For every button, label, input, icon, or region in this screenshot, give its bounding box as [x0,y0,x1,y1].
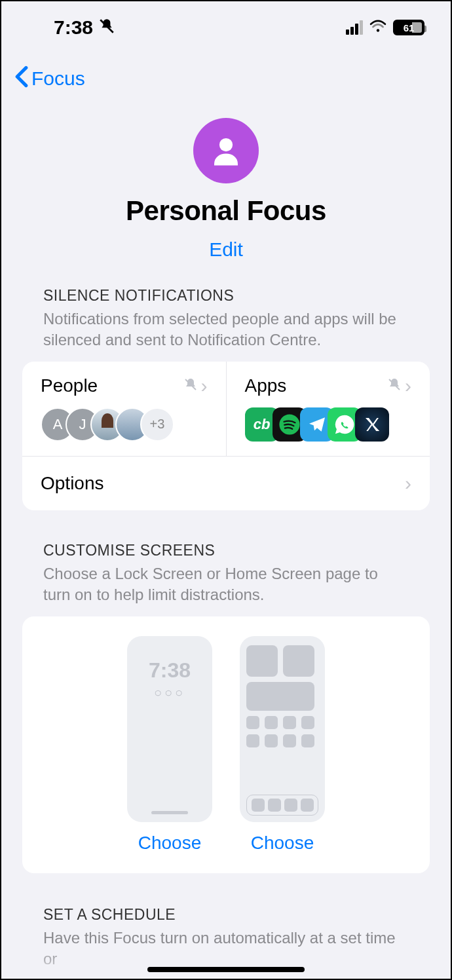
silence-subtitle: Notifications from selected people and a… [43,309,409,351]
mock-dots-icon: ○○○ [134,685,206,700]
svg-point-0 [377,29,379,31]
apps-cell[interactable]: Apps › cb [226,362,430,456]
home-indicator[interactable] [147,967,305,972]
app-icons: cb [245,407,412,442]
lock-screen-column: 7:38 ○○○ Choose [127,636,212,854]
silent-icon [98,18,115,37]
focus-avatar-icon [193,118,259,183]
people-cell[interactable]: People › A J +3 [22,362,226,456]
customise-section-header: CUSTOMISE SCREENS Choose a Lock Screen o… [1,542,451,606]
cellular-icon [346,20,363,35]
wifi-icon [369,19,386,36]
bell-slash-icon [183,377,198,395]
svg-point-1 [219,138,233,151]
battery-icon: 61 [393,20,424,35]
options-row[interactable]: Options › [22,456,430,510]
nav-bar: Focus [1,47,451,98]
choose-home-button[interactable]: Choose [251,833,314,853]
status-bar: 7:38 61 [1,1,451,47]
people-avatars: A J +3 [41,407,208,442]
focus-header: Personal Focus Edit [1,98,451,287]
chevron-right-icon: › [405,375,411,397]
silence-card: People › A J +3 Apps [22,362,430,510]
home-screen-column: Choose [240,636,325,854]
chevron-right-icon: › [201,375,208,397]
silence-section-header: SILENCE NOTIFICATIONS Notifications from… [1,287,451,351]
customise-subtitle: Choose a Lock Screen or Home Screen page… [43,563,409,606]
focus-title: Personal Focus [1,195,451,227]
status-right: 61 [346,19,424,36]
lock-screen-preview[interactable]: 7:38 ○○○ [127,636,212,822]
avatar-more: +3 [140,407,174,442]
schedule-section-header: SET A SCHEDULE Have this Focus turn on a… [1,873,451,970]
schedule-title: SET A SCHEDULE [43,906,409,924]
mock-time: 7:38 [134,658,206,683]
edit-button[interactable]: Edit [209,238,243,261]
back-chevron-icon[interactable] [14,66,29,92]
people-label: People [41,375,98,396]
bell-slash-icon [386,377,402,395]
choose-lock-button[interactable]: Choose [138,833,202,853]
schedule-subtitle: Have this Focus turn on automatically at… [43,928,409,970]
home-screen-preview[interactable] [240,636,325,822]
back-button[interactable]: Focus [31,67,85,90]
status-left: 7:38 [54,16,115,39]
silence-title: SILENCE NOTIFICATIONS [43,287,409,305]
status-time: 7:38 [54,16,93,39]
battery-level: 61 [404,22,415,33]
customise-title: CUSTOMISE SCREENS [43,542,409,559]
chevron-right-icon: › [405,472,411,495]
options-label: Options [41,473,104,494]
app-icon [355,407,389,442]
apps-label: Apps [245,375,287,396]
customise-card: 7:38 ○○○ Choose Choose [22,616,430,873]
